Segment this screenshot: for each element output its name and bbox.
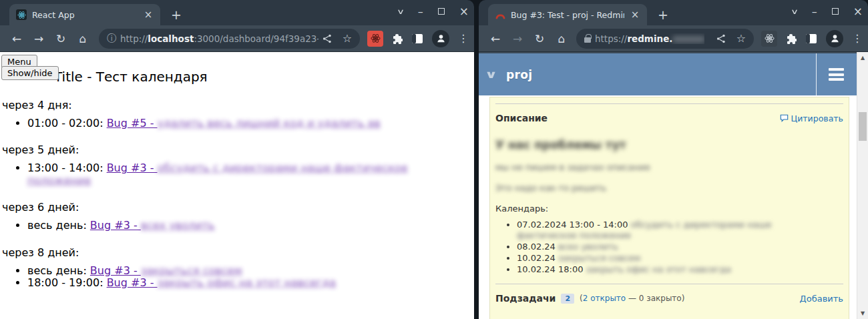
extensions-puzzle-icon[interactable] <box>786 33 797 44</box>
redmine-header: ∨ proj <box>479 52 857 95</box>
close-window-button[interactable]: × <box>853 7 863 16</box>
scroll-up-icon[interactable]: ▲ <box>857 55 868 61</box>
reload-button[interactable]: ↻ <box>532 32 547 45</box>
back-button[interactable]: ← <box>488 32 503 45</box>
bug-link[interactable]: Bug #3 - закрыться совсем <box>90 264 242 277</box>
scrollbar[interactable]: ▲ ▼ <box>857 52 868 319</box>
bug-link[interactable]: Bug #3 - всех уволить <box>90 219 215 232</box>
scroll-down-icon[interactable]: ▼ <box>857 310 868 316</box>
window-controls: ∨ – × <box>792 0 863 23</box>
minimize-button[interactable]: – <box>812 7 817 16</box>
group-heading: через 5 дней: <box>2 144 474 156</box>
tab-redmine[interactable]: Bug #3: Test - proj - Redmine × <box>488 4 647 25</box>
share-icon[interactable] <box>716 34 726 43</box>
project-name[interactable]: proj <box>506 68 532 81</box>
reload-button[interactable]: ↻ <box>53 32 68 45</box>
desktop: React App × + ∨ – × ← → ↻ ⌂ ⓘ http://loc… <box>0 0 868 319</box>
bookmark-star-icon[interactable]: ☆ <box>343 32 352 45</box>
back-button[interactable]: ← <box>9 32 24 45</box>
right-toolbar: ← → ↻ ⌂ https://redmine.хххххх ☆ <box>479 25 868 52</box>
blurred-text: закрыться совсем <box>141 264 242 277</box>
description-heading: Описание <box>495 113 548 123</box>
blurred-text: закрыться совсем <box>558 253 640 263</box>
redmine-page: ∨ proj Описание Цитировать У нас пробле <box>479 52 868 319</box>
left-toolbar: ← → ↻ ⌂ ⓘ http://localhost:3000/dashboar… <box>0 25 474 52</box>
window-menu-chevron-icon[interactable]: ∨ <box>791 7 799 16</box>
minimize-button[interactable]: – <box>418 7 423 16</box>
bug-link[interactable]: Bug #3 - закрыть офис на этот навсегда <box>107 276 337 289</box>
bookmark-star-icon[interactable]: ☆ <box>736 32 746 45</box>
subtasks-counts: (2 открыто — 0 закрыто) <box>580 294 684 303</box>
calendar-entry: 10.02.24 закрыться совсем <box>517 253 833 264</box>
calendar-item: 18:00 - 19:00: Bug #3 - закрыть офис на … <box>27 277 474 289</box>
home-button[interactable]: ⌂ <box>554 32 569 45</box>
window-menu-chevron-icon[interactable]: ∨ <box>397 7 405 16</box>
hamburger-menu-icon[interactable] <box>829 68 844 83</box>
maximize-button[interactable] <box>832 8 839 15</box>
quote-link[interactable]: Цитировать <box>780 113 844 123</box>
group-heading: через 4 дня: <box>2 99 474 111</box>
forward-button: → <box>510 32 525 45</box>
tab-react-app[interactable]: React App × <box>9 4 160 25</box>
new-tab-button[interactable]: + <box>655 7 671 22</box>
showhide-button[interactable]: Show/hide <box>1 66 59 80</box>
calendar-item: весь день: Bug #3 - закрыться совсем <box>27 265 474 277</box>
tab-close-icon[interactable]: × <box>630 10 640 19</box>
site-info-icon[interactable]: ⓘ <box>107 33 116 45</box>
left-browser-window: React App × + ∨ – × ← → ↻ ⌂ ⓘ http://loc… <box>0 0 474 319</box>
calendar-list: 07.02.2024 13:00 - 14:00 обсудить с дире… <box>495 220 833 275</box>
extensions-puzzle-icon[interactable] <box>392 33 403 44</box>
scrollbar-thumb[interactable] <box>859 112 867 141</box>
share-icon[interactable] <box>322 34 332 43</box>
maximize-button[interactable] <box>438 8 445 15</box>
calendar-item: 13:00 - 14:00: Bug #3 - обсудить с дирек… <box>27 162 474 187</box>
blurred-url: хххххх <box>672 33 704 44</box>
blurred-paragraph: Это надо как-то решить <box>495 183 843 193</box>
tab-title: React App <box>32 10 138 20</box>
profile-avatar[interactable] <box>826 30 843 47</box>
page-title: Title - Тест календаря <box>54 69 474 85</box>
issue-box: Описание Цитировать У нас проблемы тут м… <box>489 97 849 319</box>
calendar-entry: 08.02.24 всех уволить <box>517 242 833 252</box>
blurred-text: закрыть офис на этот навсегда <box>158 276 337 289</box>
lock-icon[interactable] <box>584 37 591 43</box>
profile-avatar[interactable] <box>432 30 449 47</box>
right-tab-strip: Bug #3: Test - proj - Redmine × + ∨ – × <box>479 0 868 25</box>
bug-link[interactable]: Bug #5 - удалить весь лишний код и удали… <box>107 117 381 129</box>
calendar-group: через 4 дня: 01:00 - 02:00: Bug #5 - уда… <box>2 99 474 129</box>
new-tab-button[interactable]: + <box>168 7 184 22</box>
subtasks-count-badge: 2 <box>561 294 574 304</box>
address-bar[interactable]: ⓘ http://localhost:3000/dashboard/94f39a… <box>99 29 360 49</box>
url-text: https://redmine.хххххх <box>595 33 704 44</box>
open-subtasks-link[interactable]: 2 открыто <box>583 294 626 303</box>
window-controls: ∨ – × <box>398 0 469 23</box>
browser-menu-icon[interactable]: ⋮ <box>458 32 467 45</box>
react-devtools-icon[interactable] <box>367 31 383 47</box>
close-window-button[interactable]: × <box>459 7 469 16</box>
blurred-text: закрыть офис на этот навсегда <box>586 264 731 274</box>
header-divider <box>816 53 817 95</box>
add-subtask-link[interactable]: Добавить <box>800 294 843 304</box>
browser-menu-icon[interactable]: ⋮ <box>852 32 861 45</box>
calendar-item: весь день: Bug #3 - всех уволить <box>27 220 474 232</box>
home-button[interactable]: ⌂ <box>75 32 90 45</box>
group-heading: через 8 дней: <box>2 247 474 259</box>
project-jump-chevron-icon[interactable]: ∨ <box>485 68 498 81</box>
side-panel-icon[interactable] <box>805 33 817 44</box>
react-devtools-icon[interactable] <box>761 31 777 47</box>
calendar-entry: 10.02.24 18:00 закрыть офис на этот навс… <box>517 264 833 275</box>
forward-button[interactable]: → <box>31 32 46 45</box>
blurred-text: удалить весь лишний код и удалить ав <box>158 117 381 129</box>
address-bar[interactable]: https://redmine.хххххх ☆ <box>576 29 754 49</box>
blurred-text: всех уволить <box>558 242 618 252</box>
calendar-entry: 07.02.2024 13:00 - 14:00 обсудить с дире… <box>517 220 833 241</box>
extensions-area: ⋮ <box>367 30 467 47</box>
subtasks-heading: Подзадачи <box>495 293 556 304</box>
left-tab-strip: React App × + ∨ – × <box>0 0 474 25</box>
blurred-paragraph: мы не пишем в задачах описание <box>495 162 843 172</box>
blurred-text: всех уволить <box>141 219 215 232</box>
redmine-favicon-icon <box>495 9 505 20</box>
tab-close-icon[interactable]: × <box>143 10 154 19</box>
side-panel-icon[interactable] <box>411 33 423 44</box>
divider <box>495 284 843 284</box>
